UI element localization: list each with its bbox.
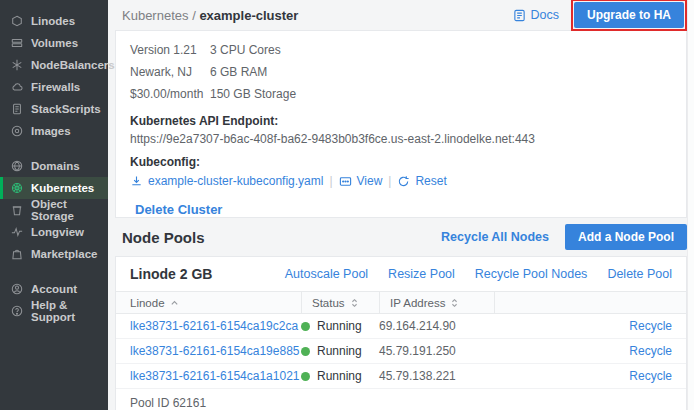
recycle-pool-nodes-link[interactable]: Recycle Pool Nodes: [475, 267, 588, 281]
sidebar-item-account[interactable]: Account: [0, 278, 108, 300]
sidebar-group-gap: [0, 265, 108, 278]
view-label: View: [357, 174, 383, 188]
column-header-status[interactable]: Status: [301, 292, 379, 313]
sidebar-item-marketplace[interactable]: Marketplace: [0, 243, 108, 265]
node-pools-bar: Node Pools Recycle All Nodes Add a Node …: [115, 218, 687, 256]
status-text: Running: [317, 369, 362, 383]
sort-both-icon: [450, 298, 459, 308]
node-link[interactable]: lke38731-62161-6154ca19e885: [130, 344, 299, 358]
sidebar-item-linodes[interactable]: Linodes: [0, 10, 108, 32]
table-row: lke38731-62161-6154ca1a1021 Running 45.7…: [116, 364, 686, 389]
docs-label: Docs: [531, 8, 559, 22]
annotation-highlight-box: Upgrade to HA: [571, 0, 687, 31]
kubeconfig-view-link[interactable]: View: [339, 174, 383, 188]
kubeconfig-reset-link[interactable]: Reset: [397, 174, 446, 188]
resize-pool-link[interactable]: Resize Pool: [388, 267, 455, 281]
column-header-ip-address[interactable]: IP Address: [379, 292, 494, 313]
column-header-actions: [494, 292, 686, 313]
divider: |: [329, 174, 332, 188]
sidebar-item-firewalls[interactable]: Firewalls: [0, 76, 108, 98]
vertical-scrollbar[interactable]: [687, 0, 694, 410]
volumes-icon: [11, 37, 23, 49]
domains-icon: [11, 160, 23, 172]
api-endpoint-url: https://9e2a7307-b6ac-408f-ba62-9483b0b3…: [130, 132, 672, 146]
table-row: lke38731-62161-6154ca19e885 Running 45.7…: [116, 339, 686, 364]
topbar-actions: Docs Upgrade to HA: [513, 0, 687, 31]
reset-label: Reset: [415, 174, 446, 188]
images-icon: [11, 125, 23, 137]
recycle-node-link[interactable]: Recycle: [629, 319, 672, 333]
add-node-pool-button[interactable]: Add a Node Pool: [565, 224, 687, 250]
spec-cpu: 3 CPU Cores: [210, 43, 281, 57]
autoscale-pool-link[interactable]: Autoscale Pool: [285, 267, 368, 281]
node-link[interactable]: lke38731-62161-6154ca19c2ca: [130, 319, 298, 333]
upgrade-to-ha-button[interactable]: Upgrade to HA: [574, 2, 684, 28]
sidebar-item-label: Volumes: [31, 37, 78, 49]
delete-pool-link[interactable]: Delete Pool: [607, 267, 672, 281]
spec-row: Newark, NJ 6 GB RAM: [130, 61, 672, 83]
status-text: Running: [317, 319, 362, 333]
ip-address: 45.79.138.221: [379, 369, 456, 383]
spec-ram: 6 GB RAM: [210, 65, 267, 79]
sidebar-item-nodebalancers[interactable]: NodeBalancers: [0, 54, 108, 76]
spec-region: Newark, NJ: [130, 65, 210, 79]
ip-address: 69.164.214.90: [379, 319, 456, 333]
sidebar-item-stackscripts[interactable]: StackScripts: [0, 98, 108, 120]
breadcrumb-section[interactable]: Kubernetes: [122, 8, 189, 23]
pool-name: Linode 2 GB: [130, 266, 212, 282]
recycle-all-nodes-link[interactable]: Recycle All Nodes: [441, 230, 549, 244]
status-dot-running: [301, 347, 310, 356]
sidebar-item-volumes[interactable]: Volumes: [0, 32, 108, 54]
help-icon: [11, 305, 23, 317]
account-icon: [11, 283, 23, 295]
sidebar-item-label: StackScripts: [31, 103, 101, 115]
docs-icon: [513, 9, 526, 22]
status-text: Running: [317, 344, 362, 358]
spec-row: $30.00/month 150 GB Storage: [130, 83, 672, 105]
nodebalancers-icon: [11, 59, 23, 71]
spec-price: $30.00/month: [130, 87, 210, 101]
marketplace-icon: [11, 248, 23, 260]
longview-icon: [11, 226, 23, 238]
recycle-node-link[interactable]: Recycle: [629, 369, 672, 383]
kubeconfig-filename: example-cluster-kubeconfig.yaml: [148, 174, 323, 188]
table-row: lke38731-62161-6154ca19c2ca Running 69.1…: [116, 314, 686, 339]
sidebar-item-domains[interactable]: Domains: [0, 155, 108, 177]
sidebar-item-label: Images: [31, 125, 71, 137]
node-link[interactable]: lke38731-62161-6154ca1a1021: [130, 369, 299, 383]
status-dot-running: [301, 372, 310, 381]
sort-ascending-icon: [170, 298, 179, 308]
sidebar-item-kubernetes[interactable]: Kubernetes: [0, 177, 108, 199]
sidebar-group-gap: [0, 142, 108, 155]
breadcrumb-current: example-cluster: [199, 8, 298, 23]
sidebar-item-label: Object Storage: [31, 198, 108, 222]
pool-id-footer: Pool ID 62161: [116, 389, 686, 410]
kubeconfig-label: Kubeconfig:: [130, 155, 672, 169]
sidebar-item-images[interactable]: Images: [0, 120, 108, 142]
sidebar-item-object-storage[interactable]: Object Storage: [0, 199, 108, 221]
delete-cluster-button[interactable]: Delete Cluster: [135, 202, 222, 217]
ip-address: 45.79.191.250: [379, 344, 456, 358]
column-header-linode[interactable]: Linode: [116, 292, 301, 313]
sidebar-item-label: Linodes: [31, 15, 75, 27]
kubeconfig-download-link[interactable]: example-cluster-kubeconfig.yaml: [130, 174, 323, 188]
firewalls-icon: [11, 81, 23, 93]
node-pools-actions: Recycle All Nodes Add a Node Pool: [441, 224, 687, 250]
sidebar-item-help-support[interactable]: Help & Support: [0, 300, 108, 322]
sidebar-item-longview[interactable]: Longview: [0, 221, 108, 243]
kubeconfig-row: example-cluster-kubeconfig.yaml | View |…: [130, 174, 672, 188]
sort-both-icon: [350, 298, 359, 308]
spec-storage: 150 GB Storage: [210, 87, 296, 101]
docs-link[interactable]: Docs: [513, 8, 559, 22]
divider: |: [388, 174, 391, 188]
recycle-node-link[interactable]: Recycle: [629, 344, 672, 358]
sidebar-item-label: Account: [31, 283, 77, 295]
spec-version: Version 1.21: [130, 43, 210, 57]
sidebar: Linodes Volumes NodeBalancers Firewalls …: [0, 0, 108, 410]
download-icon: [130, 175, 143, 188]
sidebar-item-label: Domains: [31, 160, 80, 172]
cluster-summary-card: Version 1.21 3 CPU Cores Newark, NJ 6 GB…: [115, 30, 687, 218]
breadcrumb: Kubernetes / example-cluster: [115, 8, 298, 23]
pool-action-links: Autoscale Pool Resize Pool Recycle Pool …: [285, 267, 672, 281]
status-dot-running: [301, 322, 310, 331]
